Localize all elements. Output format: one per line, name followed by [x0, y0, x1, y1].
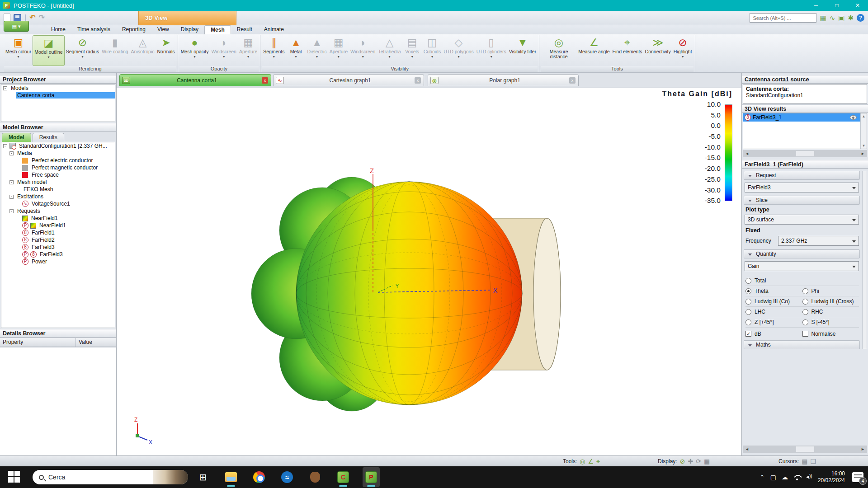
quantity-dropdown[interactable]: Gain — [745, 261, 859, 271]
ribbon-search-input[interactable] — [750, 13, 816, 23]
ribbon-button-windscreen[interactable]: ◗Windscreen▾ — [349, 35, 377, 66]
ribbon-button-visibility-filter[interactable]: ▼Visibility filter — [508, 35, 538, 66]
taskbar-clock[interactable]: 16:00 20/02/2024 — [818, 470, 845, 484]
measure-distance-icon[interactable]: ◎ — [580, 458, 585, 465]
ribbon-button-metal[interactable]: ▲Metal▾ — [286, 35, 306, 66]
ribbon-button-highlight[interactable]: ⊘Highlight▾ — [672, 35, 693, 66]
quick-chart-icon[interactable]: ∿ — [830, 14, 835, 22]
tree-item-nearfield1[interactable]: PNearField1 — [1, 222, 115, 229]
view-tab-cantenna-corta1[interactable]: 3DCantenna corta1x — [119, 74, 271, 86]
tree-item-cantenna-corta[interactable]: Cantenna corta — [1, 92, 115, 99]
ribbon-button-model-outline[interactable]: ◪Model outline▾ — [33, 35, 64, 66]
section-maths[interactable]: Maths — [744, 340, 860, 349]
section-quantity[interactable]: Quantity — [744, 249, 860, 258]
ribbon-button-wire-coating[interactable]: ▮Wire coating — [100, 35, 129, 66]
radio-phi[interactable]: Phi — [802, 288, 859, 294]
ribbon-button-segment-radius[interactable]: ⊘Segment radius▾ — [65, 35, 101, 66]
minimize-button[interactable]: ─ — [806, 0, 826, 11]
tree-item-nearfield1[interactable]: NearField1 — [1, 215, 115, 222]
grid-icon[interactable]: ▦ — [704, 458, 710, 465]
close-button[interactable]: ✕ — [847, 0, 868, 11]
ribbon-button-dielectric[interactable]: ▲Dielectric▾ — [306, 35, 328, 66]
highlight-icon[interactable]: ⊘ — [680, 458, 685, 465]
tree-item-perfect-electric-conductor[interactable]: Perfect electric conductor — [1, 157, 115, 164]
ribbon-button-voxels[interactable]: ▤Voxels▾ — [402, 35, 422, 66]
radio-ludwig-iii-cross[interactable]: Ludwig III (Cross) — [802, 298, 859, 305]
details-column-value[interactable]: Value — [76, 338, 116, 347]
ribbon-tab-time-analysis[interactable]: Time analysis — [71, 25, 116, 34]
ribbon-tab-display[interactable]: Display — [175, 25, 204, 34]
screen-cast-icon[interactable]: ▢ — [770, 474, 776, 481]
quick-report-icon[interactable]: ▦ — [820, 14, 826, 22]
hidden-icons-chevron[interactable]: ⌃ — [760, 474, 765, 481]
notification-center-icon[interactable]: 4 — [852, 472, 863, 482]
checkbox-normalise[interactable]: Normalise — [802, 331, 859, 337]
quick-settings-icon[interactable]: ✱ — [848, 14, 854, 22]
ribbon-button-anisotropic[interactable]: ◬Anisotropic — [130, 35, 156, 66]
3d-view-canvas[interactable]: Z Y X Z X Theta Gain [dBi] — [117, 88, 741, 455]
radio-total[interactable]: Total — [745, 277, 802, 284]
maximize-button[interactable]: □ — [826, 0, 847, 11]
task-view-taskbar-icon[interactable]: ⊞ — [194, 467, 212, 487]
radio-rhc[interactable]: RHC — [802, 309, 859, 315]
undo-icon[interactable]: ↶ — [29, 13, 35, 22]
tree-item-power[interactable]: PPower — [1, 258, 115, 265]
ribbon-button-connectivity[interactable]: ≫Connectivity — [644, 35, 672, 66]
visibility-eye-icon[interactable] — [850, 115, 857, 120]
model-browser-tab-results[interactable]: Results — [33, 133, 64, 142]
cursor-list-icon[interactable]: ▤ — [802, 458, 807, 465]
tree-item-farfield3[interactable]: P8FarField3 — [1, 251, 115, 258]
results-horizontal-scrollbar[interactable]: ◄► — [743, 150, 867, 157]
expander-icon[interactable]: - — [3, 86, 7, 90]
ribbon-button-find-elements[interactable]: ⌖Find elements — [611, 35, 644, 66]
application-menu-button[interactable]: ▤ ▾ — [4, 21, 29, 32]
cursor-tooltip-icon[interactable]: ❏ — [811, 458, 816, 465]
tree-item-media[interactable]: -Media — [1, 150, 115, 157]
ribbon-tab-result[interactable]: Result — [231, 25, 258, 34]
details-column-property[interactable]: Property — [0, 338, 76, 347]
kangaroo-app-taskbar-icon[interactable] — [307, 467, 324, 487]
taskbar-search[interactable]: Cerca — [33, 470, 188, 484]
ribbon-tab-home[interactable]: Home — [45, 25, 71, 34]
result-item-farfield3-1[interactable]: 8FarField3_1 — [743, 113, 867, 122]
help-icon[interactable]: ? — [857, 14, 864, 22]
model-browser-tab-model[interactable]: Model — [2, 133, 31, 142]
tree-item-feko-mesh[interactable]: FEKO Mesh — [1, 186, 115, 193]
view-tab-polar-graph1[interactable]: ◎Polar graph1x — [428, 74, 579, 86]
section-slice[interactable]: Slice — [744, 196, 860, 205]
ribbon-button-windscreen[interactable]: ◗Windscreen▾ — [210, 35, 238, 66]
ribbon-button-measure-distance[interactable]: ◎Measure distance — [541, 35, 577, 66]
start-button[interactable] — [8, 471, 21, 483]
section-request[interactable]: Request — [744, 171, 860, 180]
context-tab-3d-view[interactable]: 3D View — [138, 11, 236, 25]
ribbon-tab-reporting[interactable]: Reporting — [116, 25, 151, 34]
close-tab-icon[interactable]: x — [569, 77, 576, 84]
checkbox-db[interactable]: ✓dB — [745, 331, 802, 337]
file-explorer-taskbar-icon[interactable] — [222, 467, 240, 487]
ribbon-button-utd-polygons[interactable]: ◇UTD polygons▾ — [442, 35, 475, 66]
ribbon-button-aperture[interactable]: ▦Aperture▾ — [328, 35, 349, 66]
ribbon-button-aperture[interactable]: ▦Aperture▾ — [238, 35, 259, 66]
radio-theta[interactable]: Theta — [745, 288, 802, 294]
chrome-taskbar-icon[interactable] — [250, 467, 268, 487]
tree-item-requests[interactable]: -Requests — [1, 207, 115, 215]
close-tab-icon[interactable]: x — [262, 77, 268, 84]
ribbon-button-cuboids[interactable]: ◫Cuboids▾ — [422, 35, 443, 66]
ribbon-button-utd-cylinders[interactable]: ▯UTD cylinders▾ — [475, 35, 508, 66]
cadfeko-taskbar-icon[interactable]: C — [335, 467, 352, 487]
tree-item-farfield3[interactable]: 8FarField3 — [1, 244, 115, 251]
tree-item-farfield1[interactable]: 8FarField1 — [1, 229, 115, 236]
panel-vertical-scrollbar[interactable] — [862, 171, 867, 349]
pan-icon[interactable]: ✚ — [688, 458, 693, 465]
tree-item-free-space[interactable]: Free space — [1, 171, 115, 178]
volume-icon[interactable] — [806, 474, 812, 480]
radio-ludwig-iii-co[interactable]: Ludwig III (Co) — [745, 298, 802, 305]
onedrive-icon[interactable]: ☁ — [782, 474, 788, 481]
close-tab-icon[interactable]: x — [415, 77, 421, 84]
rotate-icon[interactable]: ⟳ — [696, 458, 701, 465]
radio-s-45[interactable]: S [-45°] — [802, 319, 859, 325]
expander-icon[interactable]: - — [9, 209, 14, 213]
expander-icon[interactable]: - — [3, 144, 7, 148]
request-dropdown[interactable]: FarField3 — [745, 183, 859, 192]
ribbon-tab-view[interactable]: View — [151, 25, 175, 34]
